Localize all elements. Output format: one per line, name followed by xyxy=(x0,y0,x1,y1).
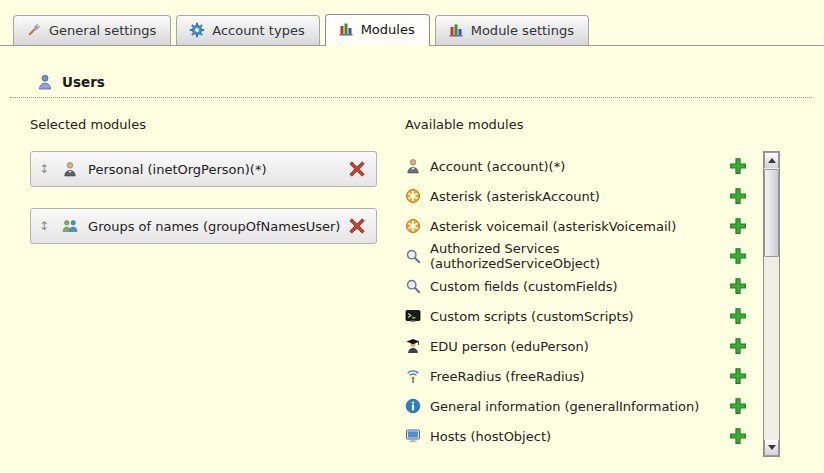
add-module-button[interactable] xyxy=(729,337,747,355)
modules-icon xyxy=(338,21,354,37)
available-module-row: Account (account)(*) xyxy=(405,151,780,181)
edu-person-icon xyxy=(405,338,421,354)
available-module-row: EDU person (eduPerson) xyxy=(405,331,780,361)
arrow-down-icon xyxy=(768,445,776,450)
add-module-button[interactable] xyxy=(729,247,747,265)
tab-modules[interactable]: Modules xyxy=(325,14,430,46)
tab-account-types[interactable]: Account types xyxy=(176,15,319,45)
scrollbar-up-button[interactable] xyxy=(764,152,779,168)
group-icon xyxy=(62,218,78,234)
terminal-icon xyxy=(405,308,421,324)
selected-modules-heading: Selected modules xyxy=(30,117,377,132)
add-module-button[interactable] xyxy=(729,217,747,235)
selected-module-card[interactable]: ↕ Groups of names (groupOfNamesUser) xyxy=(30,208,377,244)
add-module-button[interactable] xyxy=(729,157,747,175)
available-module-label: General information (generalInformation) xyxy=(430,399,699,414)
add-module-button[interactable] xyxy=(729,277,747,295)
available-module-label: Custom scripts (customScripts) xyxy=(430,309,634,324)
wrench-icon xyxy=(26,22,42,38)
tab-label: General settings xyxy=(49,23,156,38)
add-module-button[interactable] xyxy=(729,427,747,445)
section-title: Users xyxy=(62,74,105,90)
host-icon xyxy=(405,428,421,444)
available-module-label: Account (account)(*) xyxy=(430,159,565,174)
remove-module-button[interactable] xyxy=(348,217,366,235)
person-icon xyxy=(62,161,78,177)
selected-module-card[interactable]: ↕ Personal (inetOrgPerson)(*) xyxy=(30,151,377,187)
available-module-row: Asterisk (asteriskAccount) xyxy=(405,181,780,211)
available-module-row: FreeRadius (freeRadius) xyxy=(405,361,780,391)
tab-label: Account types xyxy=(212,23,304,38)
freeradius-icon xyxy=(405,368,421,384)
selected-module-label: Personal (inetOrgPerson)(*) xyxy=(88,162,266,177)
users-icon xyxy=(37,74,53,90)
scrollbar[interactable] xyxy=(763,151,780,457)
add-module-button[interactable] xyxy=(729,367,747,385)
search-icon xyxy=(405,248,421,264)
available-module-row: Hosts (hostObject) xyxy=(405,421,780,451)
available-module-label: Hosts (hostObject) xyxy=(430,429,551,444)
available-module-label: Asterisk voicemail (asteriskVoicemail) xyxy=(430,219,676,234)
scrollbar-track[interactable] xyxy=(764,168,779,440)
tab-label: Module settings xyxy=(471,23,574,38)
selected-module-label: Groups of names (groupOfNamesUser) xyxy=(88,219,340,234)
selected-modules-column: Selected modules ↕ Personal (inetOrgPers… xyxy=(30,113,377,451)
gear-icon xyxy=(189,22,205,38)
available-module-row: General information (generalInformation) xyxy=(405,391,780,421)
available-module-row: Authorized Services (authorizedServiceOb… xyxy=(405,241,780,271)
available-module-label: Authorized Services (authorizedServiceOb… xyxy=(430,241,729,271)
available-module-row: Custom scripts (customScripts) xyxy=(405,301,780,331)
section-header: Users xyxy=(37,74,824,90)
available-module-label: Custom fields (customFields) xyxy=(430,279,618,294)
tab-general-settings[interactable]: General settings xyxy=(13,15,171,45)
scrollbar-down-button[interactable] xyxy=(764,440,779,456)
add-module-button[interactable] xyxy=(729,397,747,415)
account-icon xyxy=(405,158,421,174)
available-module-label: Asterisk (asteriskAccount) xyxy=(430,189,600,204)
scrollbar-thumb[interactable] xyxy=(764,169,779,257)
available-module-row: Custom fields (customFields) xyxy=(405,271,780,301)
available-modules-heading: Available modules xyxy=(405,117,780,132)
available-modules-column: Available modules Account (account)(*) A… xyxy=(405,113,780,451)
available-module-label: EDU person (eduPerson) xyxy=(430,339,589,354)
add-module-button[interactable] xyxy=(729,187,747,205)
module-settings-icon xyxy=(448,22,464,38)
remove-module-button[interactable] xyxy=(348,160,366,178)
info-icon xyxy=(405,398,421,414)
available-module-row: Asterisk voicemail (asteriskVoicemail) xyxy=(405,211,780,241)
asterisk-voicemail-icon xyxy=(405,218,421,234)
add-module-button[interactable] xyxy=(729,307,747,325)
available-modules-list: Account (account)(*) Asterisk (asteriskA… xyxy=(405,151,780,451)
tab-strip: General settings Account types Modules M… xyxy=(0,0,824,46)
available-module-label: FreeRadius (freeRadius) xyxy=(430,369,585,384)
asterisk-icon xyxy=(405,188,421,204)
tab-module-settings[interactable]: Module settings xyxy=(435,15,589,45)
modules-panel: Selected modules ↕ Personal (inetOrgPers… xyxy=(0,98,824,451)
drag-handle-icon[interactable]: ↕ xyxy=(39,220,49,232)
tab-label: Modules xyxy=(361,22,415,37)
search-icon xyxy=(405,278,421,294)
drag-handle-icon[interactable]: ↕ xyxy=(39,163,49,175)
arrow-up-icon xyxy=(768,158,776,163)
